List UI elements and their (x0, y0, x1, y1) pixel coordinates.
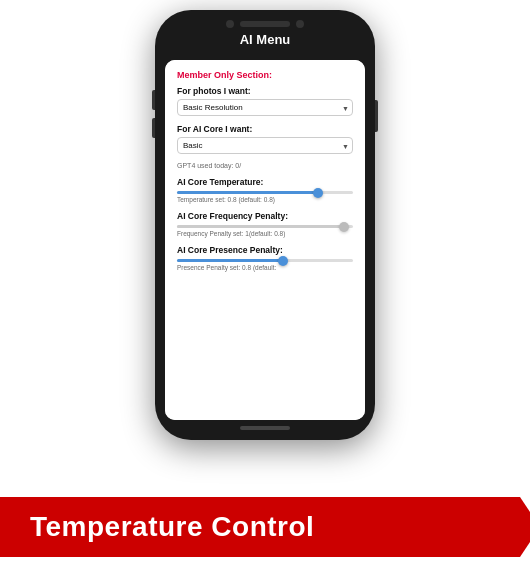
screen-content: Member Only Section: For photos I want: … (165, 60, 365, 420)
presence-slider-thumb[interactable] (278, 256, 288, 266)
presence-note: Presence Penalty set: 0.8 (default: (177, 264, 353, 271)
photos-select-wrapper: Basic Resolution High Resolution Ultra R… (177, 99, 353, 116)
page-wrapper: AI Menu Member Only Section: For photos … (0, 0, 530, 587)
temperature-note: Temperature set: 0.8 (default: 0.8) (177, 196, 353, 203)
phone-top-bar (155, 10, 375, 28)
photos-label: For photos I want: (177, 86, 353, 96)
app-title: AI Menu (155, 28, 375, 53)
frequency-label: AI Core Frequency Penalty: (177, 211, 353, 221)
presence-slider-fill (177, 259, 283, 262)
frequency-note: Frequency Penalty set: 1(default: 0.8) (177, 230, 353, 237)
gpt4-note: GPT4 used today: 0/ (177, 162, 353, 169)
frequency-slider-thumb[interactable] (339, 222, 349, 232)
temperature-slider-track[interactable] (177, 191, 353, 194)
ai-core-select[interactable]: Basic Advanced Premium (177, 137, 353, 154)
side-button-power (375, 100, 378, 132)
temperature-label: AI Core Temperature: (177, 177, 353, 187)
temperature-container: AI Core Temperature: Temperature set: 0.… (177, 177, 353, 203)
banner-text: Temperature Control (30, 511, 314, 542)
phone-screen: Member Only Section: For photos I want: … (165, 60, 365, 420)
presence-label: AI Core Presence Penalty: (177, 245, 353, 255)
presence-container: AI Core Presence Penalty: Presence Penal… (177, 245, 353, 271)
photos-select[interactable]: Basic Resolution High Resolution Ultra R… (177, 99, 353, 116)
frequency-slider-fill (177, 225, 344, 228)
red-banner: Temperature Control (0, 497, 530, 557)
phone-home-bar (240, 426, 290, 430)
ai-core-label: For AI Core I want: (177, 124, 353, 134)
temperature-slider-fill (177, 191, 318, 194)
temperature-slider-thumb[interactable] (313, 188, 323, 198)
phone-camera (226, 20, 234, 28)
ai-core-select-wrapper: Basic Advanced Premium ▼ (177, 137, 353, 154)
frequency-container: AI Core Frequency Penalty: Frequency Pen… (177, 211, 353, 237)
member-only-label: Member Only Section: (177, 70, 353, 80)
phone-shell: AI Menu Member Only Section: For photos … (155, 10, 375, 440)
side-button-volume-down (152, 118, 155, 138)
frequency-slider-track[interactable] (177, 225, 353, 228)
presence-slider-track[interactable] (177, 259, 353, 262)
phone-camera-right (296, 20, 304, 28)
side-button-volume-up (152, 90, 155, 110)
phone-speaker (240, 21, 290, 27)
